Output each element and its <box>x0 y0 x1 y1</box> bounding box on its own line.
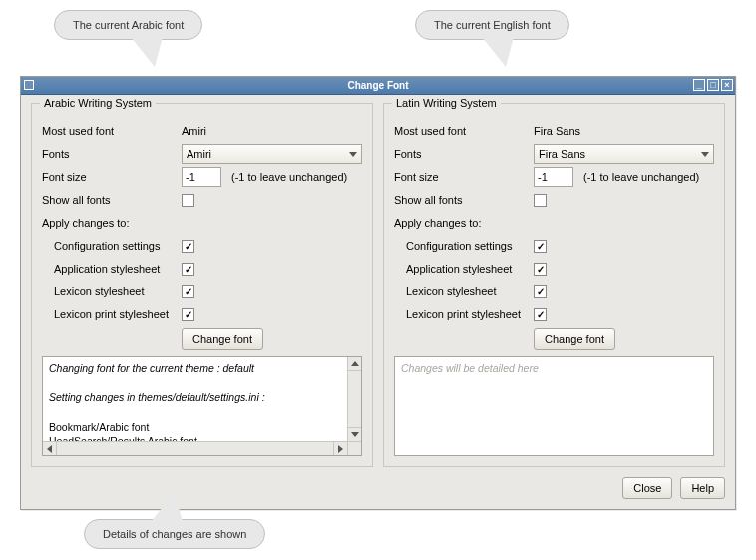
button-label: Close <box>633 482 661 494</box>
log-latin[interactable]: Changes will be detailed here <box>394 356 714 456</box>
fonts-combo-value: Amiri <box>187 148 211 160</box>
button-label: Change font <box>192 333 252 345</box>
callout-arabic-font: The current Arabic font <box>54 10 202 40</box>
scroll-left-icon[interactable] <box>43 442 57 455</box>
callout-text: The current Arabic font <box>73 19 184 31</box>
label-config: Configuration settings <box>394 240 534 252</box>
horizontal-scrollbar[interactable] <box>43 441 361 455</box>
fonts-combo-arabic[interactable]: Amiri <box>182 144 362 164</box>
help-button[interactable]: Help <box>680 477 725 499</box>
lexicon-print-checkbox-arabic[interactable]: ✓ <box>182 308 194 321</box>
label-config: Configuration settings <box>42 240 182 252</box>
lexicon-checkbox-latin[interactable]: ✓ <box>534 285 547 298</box>
window-title: Change Font <box>347 80 408 91</box>
change-font-button-latin[interactable]: Change font <box>534 328 615 350</box>
font-size-value: -1 <box>538 171 548 183</box>
label-most-used: Most used font <box>42 125 182 137</box>
label-show-all: Show all fonts <box>394 194 534 206</box>
group-legend: Arabic Writing System <box>40 97 156 109</box>
show-all-checkbox-arabic[interactable] <box>182 194 194 207</box>
label-fonts: Fonts <box>42 148 182 160</box>
titlebar[interactable]: Change Font _ □ × <box>21 77 735 95</box>
maximize-icon[interactable]: □ <box>707 79 719 91</box>
group-arabic: Arabic Writing System Most used font Ami… <box>31 103 373 467</box>
callout-text: The current English font <box>434 19 551 31</box>
font-size-spin-arabic[interactable]: -1 <box>182 167 221 187</box>
callout-text: Details of changes are shown <box>103 528 246 540</box>
font-size-value: -1 <box>186 171 195 183</box>
chevron-down-icon <box>349 152 357 157</box>
label-most-used: Most used font <box>394 125 534 137</box>
label-apply-to: Apply changes to: <box>42 217 129 229</box>
config-checkbox-arabic[interactable]: ✓ <box>182 240 194 253</box>
app-stylesheet-checkbox-latin[interactable]: ✓ <box>534 263 547 276</box>
label-lexicon-print: Lexicon print stylesheet <box>42 308 182 320</box>
lexicon-checkbox-arabic[interactable]: ✓ <box>182 285 194 298</box>
button-label: Help <box>691 482 714 494</box>
button-label: Change font <box>545 333 604 345</box>
vertical-scrollbar[interactable] <box>347 357 361 441</box>
close-icon[interactable]: × <box>721 79 733 91</box>
label-font-size: Font size <box>394 171 534 183</box>
minimize-icon[interactable]: _ <box>693 79 705 91</box>
config-checkbox-latin[interactable]: ✓ <box>534 240 547 253</box>
value-most-used-latin: Fira Sans <box>534 125 714 137</box>
label-lexicon: Lexicon stylesheet <box>394 285 534 297</box>
label-lexicon-print: Lexicon print stylesheet <box>394 308 534 320</box>
label-fonts: Fonts <box>394 148 534 160</box>
font-size-spin-latin[interactable]: -1 <box>534 167 573 187</box>
close-button[interactable]: Close <box>622 477 672 499</box>
scroll-right-icon[interactable] <box>333 442 347 455</box>
fonts-combo-value: Fira Sans <box>539 148 585 160</box>
show-all-checkbox-latin[interactable] <box>534 194 547 207</box>
scroll-down-icon[interactable] <box>348 427 361 441</box>
lexicon-print-checkbox-latin[interactable]: ✓ <box>534 308 547 321</box>
log-placeholder: Changes will be detailed here <box>395 357 713 380</box>
label-lexicon: Lexicon stylesheet <box>42 285 182 297</box>
callout-english-font: The current English font <box>415 10 569 40</box>
group-legend: Latin Writing System <box>392 97 501 109</box>
dialog-window: Change Font _ □ × Arabic Writing System … <box>20 76 736 510</box>
fonts-combo-latin[interactable]: Fira Sans <box>534 144 714 164</box>
label-app-stylesheet: Application stylesheet <box>42 263 182 275</box>
window-menu-icon[interactable] <box>24 80 34 90</box>
callout-details: Details of changes are shown <box>84 519 265 549</box>
font-size-hint: (-1 to leave unchanged) <box>573 171 699 183</box>
label-show-all: Show all fonts <box>42 194 182 206</box>
app-stylesheet-checkbox-arabic[interactable]: ✓ <box>182 263 194 276</box>
label-apply-to: Apply changes to: <box>394 217 481 229</box>
value-most-used-arabic: Amiri <box>182 125 362 137</box>
log-arabic[interactable]: Changing font for the current theme : de… <box>42 356 362 456</box>
group-latin: Latin Writing System Most used font Fira… <box>383 103 725 467</box>
font-size-hint: (-1 to leave unchanged) <box>221 171 347 183</box>
scroll-up-icon[interactable] <box>348 357 361 371</box>
label-font-size: Font size <box>42 171 182 183</box>
label-app-stylesheet: Application stylesheet <box>394 263 534 275</box>
chevron-down-icon <box>701 152 709 157</box>
change-font-button-arabic[interactable]: Change font <box>182 328 263 350</box>
